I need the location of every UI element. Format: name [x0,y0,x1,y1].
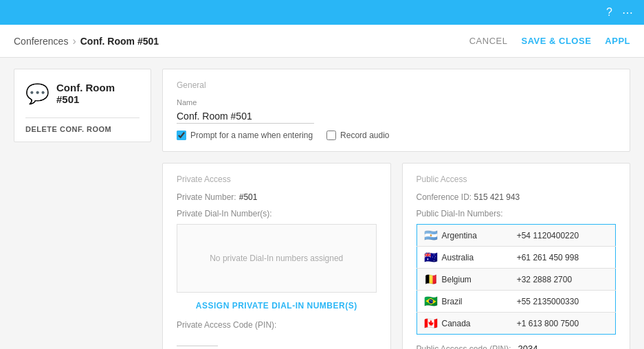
private-number-row: Private Number: #501 [177,192,377,202]
no-private-numbers-text: No private Dial-In numbers assigned [210,254,343,263]
public-access-title: Public Access [417,174,617,184]
country-cell: 🇨🇦 Canada [417,313,510,335]
left-panel: 💬 Conf. Room #501 DELETE CONF. ROOM [14,69,151,349]
name-field-label: Name [177,98,616,106]
private-pin-label: Private Access Code (PIN): [177,320,377,330]
breadcrumb: Conferences › Conf. Room #501 [14,35,159,47]
country-cell: 🇧🇷 Brazil [417,291,510,313]
private-access-title: Private Access [177,174,377,184]
prompt-checkbox[interactable] [177,131,186,140]
general-section-title: General [177,80,616,90]
chat-icon: 💬 [25,82,49,105]
flag-icon: 🇦🇺 [424,251,438,264]
conference-id-value: 515 421 943 [474,192,520,202]
lower-section: Private Access Private Number: #501 Priv… [162,163,630,349]
phone-number-cell: +61 261 450 998 [510,247,616,269]
private-dial-in-label: Private Dial-In Number(s): [177,209,377,218]
room-card: 💬 Conf. Room #501 DELETE CONF. ROOM [14,69,151,142]
assign-dial-in-button[interactable]: ASSIGN PRIVATE DIAL-IN NUMBER(S) [177,301,377,311]
phone-number-cell: +54 1120400220 [510,225,616,247]
country-name: Belgium [442,275,471,284]
private-number-value: #501 [239,192,258,202]
public-access-card: Public Access Conference ID: 515 421 943… [402,163,631,349]
conference-id-label: Conference ID: [417,192,472,202]
country-name: Australia [442,253,474,262]
public-pin-row: Public Access code (PIN): 2034 [417,343,617,349]
private-access-card: Private Access Private Number: #501 Priv… [162,163,391,349]
no-private-numbers-box: No private Dial-In numbers assigned [177,224,377,293]
room-card-header: 💬 Conf. Room #501 [25,82,140,105]
breadcrumb-bar: Conferences › Conf. Room #501 CANCEL SAV… [0,25,644,58]
conference-id-row: Conference ID: 515 421 943 [417,192,617,202]
country-name: Canada [442,319,471,328]
public-pin-value: 2034 [515,343,543,349]
phone-number-cell: +1 613 800 7500 [510,313,616,335]
general-section: General Name Prompt for a name when ente… [162,69,630,152]
table-row: 🇧🇷 Brazil +55 2135000330 [417,291,616,313]
breadcrumb-separator: › [72,35,76,47]
prompt-checkbox-label: Prompt for a name when entering [190,131,313,140]
record-checkbox[interactable] [326,131,336,140]
public-dial-in-table: 🇦🇷 Argentina +54 1120400220 🇦🇺 Australia… [417,224,617,335]
breadcrumb-current: Conf. Room #501 [80,36,159,47]
flag-icon: 🇧🇪 [424,273,438,286]
country-cell: 🇦🇷 Argentina [417,225,510,247]
apply-button[interactable]: APPL [605,36,630,46]
cancel-button[interactable]: CANCEL [469,36,508,46]
flag-icon: 🇦🇷 [424,229,438,242]
save-close-button[interactable]: SAVE & CLOSE [521,36,591,46]
public-dial-in-label: Public Dial-In Numbers: [417,209,617,218]
country-cell: 🇧🇪 Belgium [417,269,510,291]
flag-icon: 🇧🇷 [424,295,438,308]
table-row: 🇧🇪 Belgium +32 2888 2700 [417,269,616,291]
breadcrumb-parent[interactable]: Conferences [14,36,68,47]
private-number-label: Private Number: [177,192,236,202]
table-row: 🇨🇦 Canada +1 613 800 7500 [417,313,616,335]
country-name: Brazil [442,297,463,306]
public-pin-label: Public Access code (PIN): [417,344,511,349]
country-cell: 🇦🇺 Australia [417,247,510,269]
phone-number-cell: +55 2135000330 [510,291,616,313]
record-checkbox-item: Record audio [326,131,389,140]
help-icon[interactable]: ? [606,6,612,19]
main-content: 💬 Conf. Room #501 DELETE CONF. ROOM Gene… [0,58,644,349]
prompt-checkbox-item: Prompt for a name when entering [177,131,313,140]
flag-icon: 🇨🇦 [424,317,438,330]
private-pin-input[interactable] [177,333,218,346]
country-name: Argentina [442,231,477,240]
table-row: 🇦🇺 Australia +61 261 450 998 [417,247,616,269]
table-row: 🇦🇷 Argentina +54 1120400220 [417,225,616,247]
phone-number-cell: +32 2888 2700 [510,269,616,291]
breadcrumb-actions: CANCEL SAVE & CLOSE APPL [469,36,630,46]
grid-icon[interactable]: ⋯ [622,6,633,19]
record-checkbox-label: Record audio [340,131,389,140]
topbar: ? ⋯ [0,0,644,25]
right-area: General Name Prompt for a name when ente… [162,69,630,349]
name-input[interactable] [177,109,314,124]
room-card-title: Conf. Room #501 [56,82,140,105]
delete-conf-room-button[interactable]: DELETE CONF. ROOM [25,125,111,133]
checkboxes-row: Prompt for a name when entering Record a… [177,131,616,140]
room-divider [25,117,140,118]
